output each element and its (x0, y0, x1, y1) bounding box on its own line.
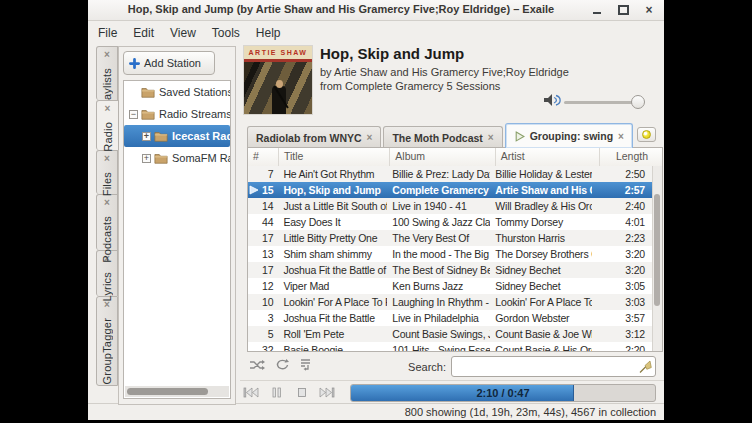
track-cell: Ken Burns Jazz (387, 280, 490, 292)
tab-close-icon[interactable]: × (488, 132, 494, 143)
shuffle-icon[interactable] (249, 359, 265, 371)
expand-expander-icon[interactable]: + (142, 132, 151, 141)
track-cell: 32 (248, 344, 278, 351)
track-row[interactable]: 3Joshua Fit the BattleLive in Philadelph… (248, 310, 653, 326)
track-cell: Easy Does It (278, 216, 387, 228)
column-header-num[interactable]: # (248, 148, 279, 166)
tree-item-label: Icecast Radio (172, 130, 230, 142)
sidebar-tab-podcasts[interactable]: ×Podcasts (96, 194, 118, 250)
maximize-button[interactable] (616, 3, 630, 17)
track-cell: 101 Hits - Swing Essentials (387, 344, 490, 351)
track-row[interactable]: 7He Ain't Got RhythmBillie & Prez: Lady … (248, 166, 653, 182)
track-row[interactable]: 15Hop, Skip and JumpComplete Gramercy 5 … (248, 182, 653, 198)
tree-item-icecast-radio[interactable]: +Icecast Radio (124, 125, 230, 147)
playback-mode-icons (249, 358, 313, 371)
tree-horizontal-scrollbar[interactable] (125, 386, 229, 397)
playlist-tab-label: Radiolab from WNYC (256, 132, 362, 144)
tree-item-saved-stations[interactable]: Saved Stations (124, 81, 230, 103)
expand-expander-icon[interactable]: + (142, 154, 151, 163)
album-art-artist-text: ARTIE SHAW (244, 46, 312, 59)
sidebar-tab-radio[interactable]: ×Radio (96, 100, 119, 150)
menu-item-file[interactable]: File (98, 26, 117, 40)
window-controls: × (590, 2, 656, 18)
tree-item-radio-streams[interactable]: −Radio Streams (124, 103, 230, 125)
playlist-tab-2[interactable]: The Moth Podcast× (383, 126, 502, 148)
playlist-tab-label: The Moth Podcast (392, 132, 482, 144)
close-button[interactable]: × (642, 3, 656, 17)
tab-close-icon[interactable]: × (367, 132, 373, 143)
sidebar-tab-grouptagger[interactable]: ×GroupTagger (96, 296, 118, 386)
track-cell: Gordon Webster (490, 312, 592, 324)
pause-button[interactable] (267, 385, 287, 400)
tab-close-icon[interactable]: × (618, 131, 624, 142)
tree-item-somafm-radio[interactable]: +SomaFM Radio (124, 147, 230, 169)
track-row[interactable]: 32Basie Boogie101 Hits - Swing Essential… (248, 342, 653, 351)
track-cell: 100 Swing & Jazz Classics (387, 216, 490, 228)
stop-button[interactable] (292, 385, 312, 400)
clear-search-broom-icon[interactable] (638, 360, 652, 374)
playing-tab-icon (514, 131, 525, 142)
previous-icon (243, 387, 259, 398)
track-cell: 3:05 (592, 280, 653, 292)
track-table-header: #TitleAlbumArtistLength (248, 148, 662, 167)
next-button[interactable] (317, 385, 337, 400)
track-cell: 5 (248, 328, 278, 340)
repeat-icon[interactable] (275, 358, 289, 371)
volume-slider-knob[interactable] (631, 95, 645, 109)
column-header-album[interactable]: Album (390, 148, 495, 166)
previous-button[interactable] (241, 385, 261, 400)
column-header-length[interactable]: Length (600, 148, 662, 166)
statusbar: 800 showing (1d, 19h, 23m, 44s), 4567 in… (88, 403, 664, 420)
track-cell: Artie Shaw and His Gram… (490, 184, 592, 196)
dynamic-icon[interactable] (299, 358, 313, 371)
tab-close-icon[interactable]: × (104, 50, 110, 60)
track-row[interactable]: 13Shim sham shimmyIn the mood - The Big … (248, 246, 653, 262)
seek-progress-bar[interactable]: 2:10 / 0:47 (350, 384, 656, 402)
menu-item-edit[interactable]: Edit (133, 26, 154, 40)
playlist-tab-3[interactable]: Grouping: swing× (505, 123, 633, 148)
column-header-artist[interactable]: Artist (496, 148, 600, 166)
folder-icon (154, 152, 168, 164)
track-cell: Count Basie & Joe Williams (490, 328, 592, 340)
progress-time-text: 2:10 / 0:47 (351, 387, 655, 399)
scrollbar-thumb[interactable] (127, 388, 208, 395)
playlist-utilities-button[interactable] (637, 127, 656, 142)
sidebar-tab-files[interactable]: ×Files (96, 150, 118, 194)
track-cell: 3:12 (592, 328, 653, 340)
collapse-expander-icon[interactable]: − (129, 110, 138, 119)
playlist-tab-1[interactable]: Radiolab from WNYC× (247, 126, 381, 148)
track-row[interactable]: 17Little Bitty Pretty OneThe Very Best O… (248, 230, 653, 246)
volume-icon[interactable] (543, 93, 561, 108)
sidebar-tab-playlists[interactable]: ×Playlists (96, 46, 118, 100)
track-cell: Sidney Bechet (490, 264, 592, 276)
sidebar-tabstrip: ×Playlists×Radio×Files×Podcasts×Lyrics×G… (96, 46, 118, 386)
track-row[interactable]: 44Easy Does It100 Swing & Jazz ClassicsT… (248, 214, 653, 230)
track-cell: In the mood - The Big Ban… (387, 248, 490, 260)
folder-icon (141, 86, 155, 98)
track-row[interactable]: 12Viper MadKen Burns JazzSidney Bechet3:… (248, 278, 653, 294)
search-input[interactable] (451, 356, 656, 377)
track-row[interactable]: 5Roll 'Em PeteCount Basie Swings, Joe …C… (248, 326, 653, 342)
minimize-button[interactable] (590, 3, 604, 17)
menu-item-view[interactable]: View (170, 26, 196, 40)
track-row[interactable]: 10Lookin' For A Place To ParkLaughing In… (248, 294, 653, 310)
tab-close-icon[interactable]: × (104, 198, 110, 208)
track-cell: 17 (248, 264, 278, 276)
scrollbar-thumb[interactable] (654, 194, 660, 306)
menu-item-tools[interactable]: Tools (212, 26, 240, 40)
tab-close-icon[interactable]: × (104, 154, 110, 164)
track-cell: 4:01 (592, 216, 653, 228)
table-vertical-scrollbar[interactable] (652, 166, 662, 351)
add-station-button[interactable]: Add Station (123, 51, 215, 75)
tab-close-icon[interactable]: × (105, 104, 111, 114)
tree-item-label: Radio Streams (159, 108, 230, 120)
column-header-title[interactable]: Title (279, 148, 390, 166)
folder-icon (141, 108, 155, 120)
track-row[interactable]: 14Just a Little Bit South of …Live in 19… (248, 198, 653, 214)
track-row[interactable]: 17Joshua Fit the Battle of J…The Best of… (248, 262, 653, 278)
track-cell: 2:57 (592, 184, 653, 196)
transport-divider (240, 380, 664, 381)
track-cell: Roll 'Em Pete (278, 328, 387, 340)
radio-panel: Add Station Saved Stations−Radio Streams… (118, 46, 236, 405)
menu-item-help[interactable]: Help (256, 26, 281, 40)
